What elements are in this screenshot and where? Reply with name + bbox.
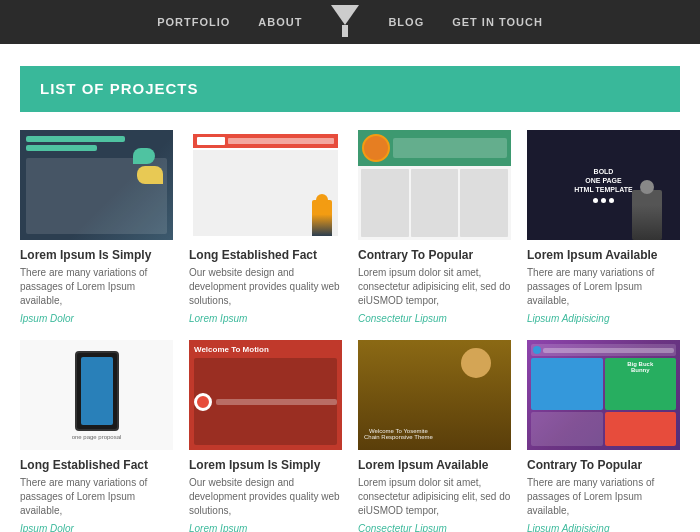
thumb-col (361, 169, 409, 237)
project-thumb-3 (358, 130, 511, 240)
card-desc: There are many variations of passages of… (527, 266, 680, 308)
bar (543, 348, 674, 353)
project-card-6[interactable]: Welcome To Motion Lorem Ipsum Is Simply … (189, 340, 342, 532)
thumb-content (194, 358, 337, 445)
phone-screen (81, 357, 113, 425)
card-desc: Lorem ipsum dolor sit amet, consectetur … (358, 476, 511, 518)
project-thumb-1 (20, 130, 173, 240)
project-thumb-5: one page proposal (20, 340, 173, 450)
nav-portfolio[interactable]: PORTFOLIO (157, 16, 230, 28)
card-link[interactable]: Consectetur Lipsum (358, 313, 511, 324)
thumb-col (411, 169, 459, 237)
project-thumb-7: Welcome To YosemiteChain Responsive Them… (358, 340, 511, 450)
card-desc: Our website design and development provi… (189, 476, 342, 518)
thumb-bar (393, 138, 507, 158)
thumb-hero (193, 150, 338, 236)
card-title: Contrary To Popular (358, 248, 511, 262)
nav-contact[interactable]: GET IN TOUCH (452, 16, 543, 28)
content-block (605, 412, 677, 446)
project-card-8[interactable]: Big BuckBunny Contrary To Popular There … (527, 340, 680, 532)
card-link[interactable]: Ipsum Dolor (20, 523, 173, 532)
card-link[interactable]: Lipsum Adipisicing (527, 313, 680, 324)
card-link[interactable]: Ipsum Dolor (20, 313, 173, 324)
thumb-header (193, 134, 338, 148)
thumb-content: Big BuckBunny (531, 358, 676, 446)
nav-items: PORTFOLIO ABOUT BLOG GET IN TOUCH (157, 5, 543, 39)
dot-2 (601, 198, 606, 203)
nav-about[interactable]: ABOUT (258, 16, 302, 28)
content-block (531, 412, 603, 446)
thumb-col (460, 169, 508, 237)
card-title: Lorem Ipsum Available (358, 458, 511, 472)
card-desc: There are many variations of passages of… (20, 266, 173, 308)
thumb-topbar (531, 344, 676, 356)
user-icon (533, 346, 541, 354)
card-link[interactable]: Lipsum Adipisicing (527, 523, 680, 532)
card-title: Lorem Ipsum Is Simply (20, 248, 173, 262)
section-title: LIST OF PROJECTS (40, 80, 199, 97)
logo-stem-icon (342, 25, 348, 37)
section-header: LIST OF PROJECTS (20, 66, 680, 112)
circle-icon (194, 393, 212, 411)
logo-triangle-icon (331, 5, 359, 25)
thumb-bar (26, 136, 125, 142)
card-title: Contrary To Popular (527, 458, 680, 472)
thumb-header: Welcome To Motion (194, 345, 337, 354)
card-link[interactable]: Lorem Ipsum (189, 313, 342, 324)
chat-bubble-icon (133, 148, 155, 164)
project-card-1[interactable]: Lorem Ipsum Is Simply There are many var… (20, 130, 173, 324)
thumb-bottom (358, 166, 511, 240)
food-icon (362, 134, 390, 162)
thumb-label: one page proposal (72, 434, 122, 440)
thumb-top (358, 130, 511, 166)
card-desc: Lorem ipsum dolor sit amet, consectetur … (358, 266, 511, 308)
thumb-nav (228, 138, 334, 144)
card-desc: Our website design and development provi… (189, 266, 342, 308)
bar (216, 399, 337, 405)
thumb-bar (26, 145, 97, 151)
phone-mockup (75, 351, 119, 431)
project-thumb-8: Big BuckBunny (527, 340, 680, 450)
card-desc: There are many variations of passages of… (527, 476, 680, 518)
card-title: Long Established Fact (189, 248, 342, 262)
content-block (531, 358, 603, 410)
project-card-4[interactable]: BOLDONE PAGEHTML TEMPLATE Lorem Ipsum Av… (527, 130, 680, 324)
nav-blog[interactable]: BLOG (388, 16, 424, 28)
thumb-logo (197, 137, 225, 145)
face-icon (461, 348, 491, 378)
project-thumb-2 (189, 130, 342, 240)
card-desc: There are many variations of passages of… (20, 476, 173, 518)
project-card-2[interactable]: Long Established Fact Our website design… (189, 130, 342, 324)
thumb-text: BOLDONE PAGEHTML TEMPLATE (574, 167, 632, 194)
projects-grid: Lorem Ipsum Is Simply There are many var… (0, 130, 700, 532)
project-thumb-4: BOLDONE PAGEHTML TEMPLATE (527, 130, 680, 240)
worker-figure (312, 200, 332, 236)
person-figure (632, 190, 662, 240)
dot-indicators (593, 198, 614, 203)
content-block: Big BuckBunny (605, 358, 677, 410)
card-link[interactable]: Consectetur Lipsum (358, 523, 511, 532)
dot-1 (593, 198, 598, 203)
project-card-7[interactable]: Welcome To YosemiteChain Responsive Them… (358, 340, 511, 532)
navigation: PORTFOLIO ABOUT BLOG GET IN TOUCH (0, 0, 700, 44)
chat-bubble2-icon (137, 166, 163, 184)
project-thumb-6: Welcome To Motion (189, 340, 342, 450)
card-link[interactable]: Lorem Ipsum (189, 523, 342, 532)
project-card-3[interactable]: Contrary To Popular Lorem ipsum dolor si… (358, 130, 511, 324)
dot-3 (609, 198, 614, 203)
card-title: Lorem Ipsum Is Simply (189, 458, 342, 472)
nav-logo (330, 5, 360, 39)
card-title: Lorem Ipsum Available (527, 248, 680, 262)
project-card-5[interactable]: one page proposal Long Established Fact … (20, 340, 173, 532)
card-title: Long Established Fact (20, 458, 173, 472)
thumb-text: Welcome To YosemiteChain Responsive Them… (364, 428, 433, 440)
